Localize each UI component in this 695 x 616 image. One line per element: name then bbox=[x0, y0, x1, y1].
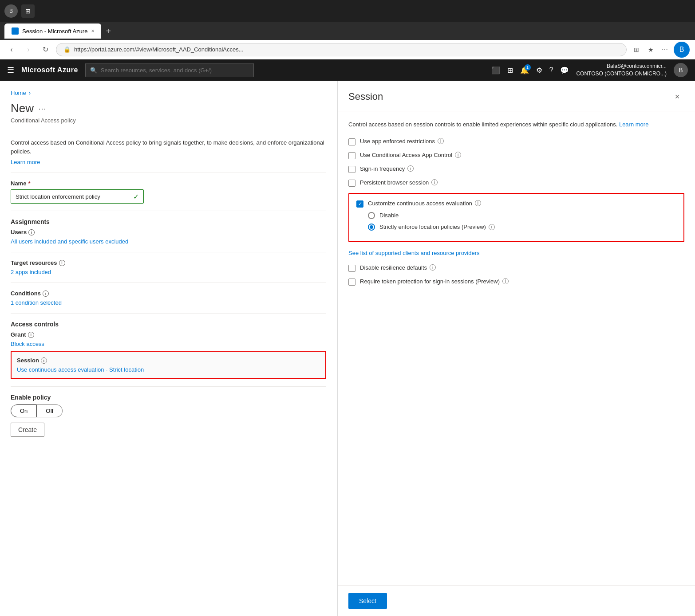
tab-bar: Session - Microsoft Azure × + bbox=[0, 22, 695, 40]
drawer-content: Control access based on session controls… bbox=[338, 111, 695, 585]
breadcrumb-home[interactable]: Home bbox=[11, 90, 26, 96]
conditions-value[interactable]: 1 condition selected bbox=[11, 299, 326, 306]
radio-strict-location[interactable] bbox=[368, 224, 375, 231]
app-enforced-info-icon[interactable]: i bbox=[438, 138, 444, 144]
browser-profile-icon[interactable]: B bbox=[4, 4, 18, 18]
checkbox-token-protection[interactable] bbox=[348, 279, 355, 286]
policy-toggle: On Off bbox=[11, 404, 326, 417]
browser-chrome: B ⊞ bbox=[0, 0, 695, 22]
checkbox-row-ca-app-control: Use Conditional Access App Control i bbox=[348, 152, 684, 159]
create-button[interactable]: Create bbox=[11, 423, 44, 437]
back-button[interactable]: ‹ bbox=[5, 43, 18, 56]
toolbar-more[interactable]: ⋯ bbox=[659, 44, 670, 55]
users-value[interactable]: All users included and specific users ex… bbox=[11, 238, 326, 245]
drawer-header: Session × bbox=[338, 81, 695, 111]
active-tab[interactable]: Session - Microsoft Azure × bbox=[4, 24, 101, 39]
checkbox-row-token-protection: Require token protection for sign-in ses… bbox=[348, 278, 684, 286]
checkbox-label-disable-resilience: Disable resilience defaults i bbox=[360, 264, 436, 271]
session-drawer: Session × Control access based on sessio… bbox=[337, 81, 695, 616]
radio-row-strict-location: Strictly enforce location policies (Prev… bbox=[368, 224, 676, 231]
page-learn-more-link[interactable]: Learn more bbox=[11, 159, 40, 165]
checkbox-row-persistent-browser: Persistent browser session i bbox=[348, 179, 684, 187]
strict-location-info-icon[interactable]: i bbox=[489, 224, 495, 230]
checkbox-row-sign-in-freq: Sign-in frequency i bbox=[348, 165, 684, 173]
checkbox-ca-app-control[interactable] bbox=[348, 152, 355, 159]
grant-value[interactable]: Block access bbox=[11, 341, 326, 347]
select-button[interactable]: Select bbox=[348, 593, 387, 609]
settings-icon[interactable]: ⚙ bbox=[536, 66, 542, 75]
session-box-label: Session i bbox=[17, 357, 320, 364]
checkbox-customize-cae[interactable]: ✓ bbox=[356, 200, 363, 208]
new-tab-button[interactable]: + bbox=[106, 26, 111, 36]
checkbox-label-app-enforced: Use app enforced restrictions i bbox=[360, 138, 444, 145]
notifications-icon[interactable]: 🔔 1 bbox=[520, 66, 529, 75]
checkbox-app-enforced[interactable] bbox=[348, 138, 355, 145]
persistent-browser-info-icon[interactable]: i bbox=[431, 179, 438, 185]
refresh-button[interactable]: ↻ bbox=[39, 43, 51, 56]
user-avatar[interactable]: B bbox=[674, 63, 688, 77]
user-tenant: CONTOSO (CONTOSO.ONMICRO...) bbox=[576, 70, 667, 78]
access-controls-header: Access controls bbox=[11, 321, 326, 328]
radio-inner-dot bbox=[370, 225, 373, 229]
support-link[interactable]: See list of supported clients and resour… bbox=[348, 249, 684, 257]
grant-info-icon[interactable]: i bbox=[28, 332, 34, 338]
checkbox-label-sign-in-freq: Sign-in frequency i bbox=[360, 165, 414, 172]
customize-cae-section: ✓ Customize continuous access evaluation… bbox=[348, 193, 684, 242]
sign-in-freq-info-icon[interactable]: i bbox=[407, 165, 414, 172]
forward-button[interactable]: › bbox=[22, 43, 35, 56]
checkbox-sign-in-freq[interactable] bbox=[348, 166, 355, 173]
page-subtitle: Conditional Access policy bbox=[11, 117, 326, 124]
help-icon[interactable]: ? bbox=[549, 66, 553, 74]
overflow-menu-button[interactable]: ⋯ bbox=[38, 104, 46, 114]
checkbox-row-customize-cae: ✓ Customize continuous access evaluation… bbox=[356, 200, 676, 208]
hamburger-menu[interactable]: ☰ bbox=[7, 65, 14, 75]
radio-row-disable: Disable bbox=[368, 212, 676, 219]
azure-search[interactable]: 🔍 bbox=[85, 63, 254, 77]
toggle-off-button[interactable]: Off bbox=[37, 404, 63, 417]
notification-badge: 1 bbox=[525, 64, 531, 71]
drawer-learn-more-link[interactable]: Learn more bbox=[619, 121, 648, 128]
drawer-close-button[interactable]: × bbox=[670, 90, 684, 104]
toolbar-extensions[interactable]: ⊞ bbox=[631, 44, 642, 55]
copilot-button[interactable]: B bbox=[674, 42, 690, 58]
checkbox-persistent-browser[interactable] bbox=[348, 180, 355, 187]
toolbar-favorites[interactable]: ★ bbox=[645, 44, 656, 55]
ca-app-control-info-icon[interactable]: i bbox=[455, 152, 461, 158]
session-info-icon[interactable]: i bbox=[41, 357, 47, 364]
radio-disable[interactable] bbox=[368, 212, 375, 219]
token-protection-info-icon[interactable]: i bbox=[502, 278, 509, 284]
disable-resilience-info-icon[interactable]: i bbox=[430, 264, 436, 271]
breadcrumb: Home › bbox=[11, 90, 326, 96]
topbar-right: ⬛ ⊞ 🔔 1 ⚙ ? 💬 BalaS@contoso.onmicr... CO… bbox=[491, 63, 688, 78]
tab-close-button[interactable]: × bbox=[91, 28, 94, 34]
target-resources-label: Target resources i bbox=[11, 259, 326, 266]
radio-label-disable: Disable bbox=[379, 212, 399, 219]
azure-topbar: ☰ Microsoft Azure 🔍 ⬛ ⊞ 🔔 1 ⚙ ? 💬 BalaS@… bbox=[0, 59, 695, 81]
portal-settings-icon[interactable]: ⊞ bbox=[507, 66, 513, 75]
conditions-info-icon[interactable]: i bbox=[43, 290, 49, 297]
drawer-description: Control access based on session controls… bbox=[348, 120, 684, 129]
drawer-title: Session bbox=[348, 91, 383, 102]
browser-toolbar: ⊞ ★ ⋯ B bbox=[631, 42, 690, 58]
session-value[interactable]: Use continuous access evaluation - Stric… bbox=[17, 366, 320, 373]
lock-icon: 🔒 bbox=[63, 46, 71, 53]
enable-policy-header: Enable policy bbox=[11, 394, 326, 401]
toggle-on-button[interactable]: On bbox=[11, 404, 37, 417]
name-input[interactable]: Strict location enforcement policy ✓ bbox=[11, 189, 144, 204]
left-panel: Home › New ⋯ Conditional Access policy C… bbox=[0, 81, 337, 616]
search-input[interactable] bbox=[101, 67, 249, 74]
search-icon: 🔍 bbox=[90, 67, 97, 74]
users-info-icon[interactable]: i bbox=[28, 229, 35, 235]
page-description: Control access based on Conditional Acce… bbox=[11, 138, 326, 156]
address-text: https://portal.azure.com/#view/Microsoft… bbox=[74, 46, 619, 53]
customize-cae-info-icon[interactable]: i bbox=[475, 200, 481, 206]
tabs-icon[interactable]: ⊞ bbox=[21, 4, 35, 18]
target-resources-info-icon[interactable]: i bbox=[59, 260, 65, 266]
page-title: New ⋯ bbox=[11, 102, 326, 115]
feedback-icon[interactable]: 💬 bbox=[560, 66, 569, 75]
cloud-shell-icon[interactable]: ⬛ bbox=[491, 66, 500, 75]
checkbox-disable-resilience[interactable] bbox=[348, 265, 355, 272]
address-bar[interactable]: 🔒 https://portal.azure.com/#view/Microso… bbox=[56, 43, 627, 56]
target-resources-value[interactable]: 2 apps included bbox=[11, 269, 326, 275]
radio-label-strict-location: Strictly enforce location policies (Prev… bbox=[379, 224, 495, 230]
